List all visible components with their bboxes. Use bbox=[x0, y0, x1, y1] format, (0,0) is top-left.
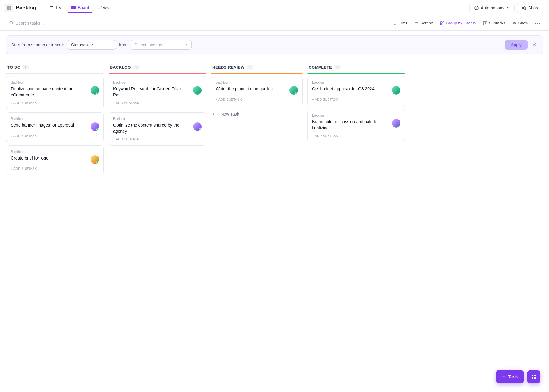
column-header-todo: TO DO 3 bbox=[6, 62, 104, 73]
avatar bbox=[91, 86, 99, 95]
search-icon bbox=[9, 21, 14, 25]
column-title-todo: TO DO bbox=[7, 65, 20, 70]
column-bar-review bbox=[211, 73, 303, 74]
svg-rect-3 bbox=[9, 8, 11, 10]
column-review: NEEDS REVIEW 1 BacklogWater the plants i… bbox=[211, 62, 303, 178]
subtasks-label: Subtasks bbox=[489, 21, 505, 25]
add-subtask-button[interactable]: + ADD SUBTASK bbox=[11, 167, 99, 171]
app-logo: Backlog bbox=[5, 4, 36, 12]
new-task-label: + New Task bbox=[217, 112, 239, 117]
column-bar-complete bbox=[307, 73, 405, 74]
new-task-button[interactable]: + + New Task bbox=[211, 109, 303, 119]
toolbar: Search tasks... ··· Filter Sort by Group… bbox=[0, 16, 549, 31]
card-body: Water the plants in the garden bbox=[216, 86, 298, 95]
card-list-label: Backlog bbox=[216, 81, 298, 84]
card-title: Optimize the content shared by the agenc… bbox=[113, 122, 191, 134]
svg-rect-8 bbox=[73, 6, 74, 9]
card-title: Finalize landing page content for eComme… bbox=[11, 86, 88, 98]
toolbar-more-button[interactable]: ⋯ bbox=[533, 18, 543, 28]
search-button[interactable]: Search tasks... bbox=[6, 19, 47, 27]
svg-rect-0 bbox=[7, 6, 9, 8]
automations-button[interactable]: Automations bbox=[469, 3, 515, 13]
start-scratch-link[interactable]: Start from scratch bbox=[11, 42, 45, 47]
task-card[interactable]: BacklogGet budget approval for Q3 2024+ … bbox=[307, 76, 405, 106]
subtasks-button[interactable]: Subtasks bbox=[480, 19, 508, 27]
svg-rect-6 bbox=[50, 9, 53, 9]
or-inherit-text: or inherit: bbox=[46, 42, 64, 47]
column-count-complete: 2 bbox=[334, 65, 341, 70]
column-count-review: 1 bbox=[247, 65, 253, 70]
task-card[interactable]: BacklogBrand color discussion and palett… bbox=[307, 109, 405, 142]
task-card[interactable]: BacklogCreate brief for logo+ ADD SUBTAS… bbox=[6, 145, 104, 175]
column-header-complete: COMPLETE 2 bbox=[307, 62, 405, 73]
list-label: List bbox=[56, 5, 63, 10]
avatar bbox=[91, 155, 99, 164]
group-button[interactable]: Group by: Status bbox=[437, 19, 479, 27]
filter-icon bbox=[393, 21, 397, 25]
column-todo: TO DO 3 BacklogFinalize landing page con… bbox=[6, 62, 104, 178]
card-body: Brand color discussion and palette final… bbox=[312, 119, 400, 131]
toolbar-separator bbox=[62, 20, 62, 26]
add-subtask-button[interactable]: + ADD SUBTASK bbox=[216, 98, 298, 101]
add-view-button[interactable]: + View bbox=[95, 4, 113, 12]
task-card[interactable]: BacklogFinalize landing page content for… bbox=[6, 76, 104, 109]
nav-divider-1 bbox=[41, 4, 41, 12]
view-label: + View bbox=[98, 5, 110, 10]
list-view-button[interactable]: List bbox=[46, 4, 66, 12]
card-title: Send banner images for approval bbox=[11, 122, 88, 128]
task-card[interactable]: BacklogWater the plants in the garden+ A… bbox=[211, 76, 303, 106]
card-body: Optimize the content shared by the agenc… bbox=[113, 122, 202, 134]
svg-rect-1 bbox=[9, 6, 11, 8]
task-card[interactable]: BacklogKeyword Research for Golden Pilla… bbox=[109, 76, 206, 109]
show-label: Show bbox=[518, 21, 528, 25]
share-icon bbox=[522, 5, 526, 10]
task-card[interactable]: BacklogOptimize the content shared by th… bbox=[109, 112, 206, 146]
add-subtask-button[interactable]: + ADD SUBTASK bbox=[113, 137, 202, 141]
column-backlog: BACKLOG 2 BacklogKeyword Research for Go… bbox=[109, 62, 206, 178]
statuses-chevron-icon bbox=[90, 43, 94, 47]
statuses-dropdown[interactable]: Statuses bbox=[67, 40, 116, 50]
close-inherit-button[interactable]: ✕ bbox=[531, 40, 538, 49]
card-body: Get budget approval for Q3 2024 bbox=[312, 86, 400, 95]
show-button[interactable]: Show bbox=[509, 19, 531, 27]
add-subtask-button[interactable]: + ADD SUBTASK bbox=[11, 101, 99, 105]
card-list-label: Backlog bbox=[11, 117, 99, 120]
card-title: Create brief for logo bbox=[11, 155, 88, 161]
filter-button[interactable]: Filter bbox=[389, 19, 410, 27]
location-dropdown[interactable]: Select location... bbox=[131, 40, 192, 50]
add-subtask-button[interactable]: + ADD SUBTASK bbox=[312, 98, 400, 101]
top-nav: Backlog List Board + View Automations bbox=[0, 0, 549, 16]
card-title: Get budget approval for Q3 2024 bbox=[312, 86, 389, 92]
logo-icon bbox=[5, 4, 13, 12]
svg-point-11 bbox=[525, 6, 526, 7]
avatar bbox=[91, 122, 99, 131]
add-subtask-button[interactable]: + ADD SUBTASK bbox=[312, 134, 400, 138]
share-button[interactable]: Share bbox=[517, 3, 544, 13]
column-header-backlog: BACKLOG 2 bbox=[109, 62, 206, 73]
card-list-label: Backlog bbox=[312, 113, 400, 117]
column-bar-backlog bbox=[109, 73, 206, 74]
location-chevron-icon bbox=[184, 43, 188, 47]
board-view-button[interactable]: Board bbox=[68, 3, 92, 13]
filter-label: Filter bbox=[398, 21, 407, 25]
inherit-text: Start from scratch or inherit: bbox=[11, 42, 64, 47]
svg-rect-9 bbox=[74, 6, 76, 9]
apply-button[interactable]: Apply bbox=[505, 40, 528, 50]
column-bar-todo bbox=[6, 73, 104, 74]
add-subtask-button[interactable]: + ADD SUBTASK bbox=[11, 134, 99, 138]
column-title-backlog: BACKLOG bbox=[110, 65, 131, 70]
card-list-label: Backlog bbox=[312, 81, 400, 84]
add-subtask-button[interactable]: + ADD SUBTASK bbox=[113, 101, 202, 105]
more-options-button[interactable]: ··· bbox=[48, 19, 58, 27]
sort-label: Sort by bbox=[420, 21, 433, 25]
statuses-label: Statuses bbox=[71, 42, 88, 47]
svg-rect-5 bbox=[50, 8, 53, 8]
sort-button[interactable]: Sort by bbox=[411, 19, 436, 27]
show-icon bbox=[512, 21, 517, 25]
svg-rect-2 bbox=[7, 8, 9, 10]
task-card[interactable]: BacklogSend banner images for approval+ … bbox=[6, 112, 104, 142]
card-body: Finalize landing page content for eComme… bbox=[11, 86, 99, 98]
avatar bbox=[193, 122, 202, 131]
new-task-plus-icon: + bbox=[212, 111, 215, 117]
svg-rect-7 bbox=[71, 6, 73, 9]
